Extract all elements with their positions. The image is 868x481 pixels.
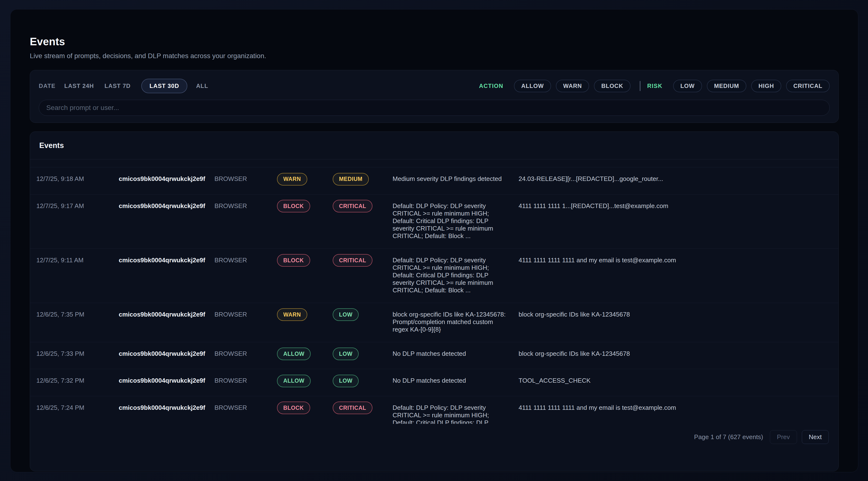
event-time: 12/6/25, 7:33 PM	[36, 350, 119, 357]
date-option-last-7d[interactable]: LAST 7D	[104, 83, 131, 89]
date-option-all[interactable]: ALL	[196, 83, 208, 89]
search-input[interactable]	[39, 100, 830, 116]
event-channel: BROWSER	[214, 350, 277, 357]
event-reason: Default: DLP Policy: DLP severity CRITIC…	[393, 256, 506, 294]
risk-badge: CRITICAL	[333, 254, 372, 267]
event-prompt: TOOL_ACCESS_CHECK	[519, 377, 838, 384]
event-channel: BROWSER	[214, 311, 277, 318]
pagination-summary: Page 1 of 7 (627 events)	[694, 433, 763, 441]
event-user-id: cmicos9bk0004qrwukckj2e9f	[119, 350, 214, 357]
event-user-id: cmicos9bk0004qrwukckj2e9f	[119, 256, 214, 264]
date-option-last-30d[interactable]: LAST 30D	[141, 79, 187, 93]
risk-badge: CRITICAL	[333, 402, 372, 414]
event-time: 12/7/25, 9:11 AM	[36, 256, 119, 264]
action-badge: ALLOW	[277, 348, 311, 360]
page-subtitle: Live stream of prompts, decisions, and D…	[30, 52, 839, 60]
event-prompt: block org-specific IDs like KA-12345678	[519, 311, 838, 318]
event-channel: BROWSER	[214, 377, 277, 384]
action-badge: BLOCK	[277, 402, 310, 414]
table-row[interactable]: 12/6/25, 7:35 PM cmicos9bk0004qrwukckj2e…	[30, 303, 838, 342]
risk-badge: LOW	[333, 348, 359, 360]
filter-bar: DATE LAST 24H LAST 7D LAST 30D ALL ACTIO…	[30, 70, 839, 123]
action-badge: BLOCK	[277, 200, 310, 213]
event-channel: BROWSER	[214, 256, 277, 264]
risk-badge: CRITICAL	[333, 200, 372, 213]
date-option-last-24h[interactable]: LAST 24H	[64, 83, 94, 89]
event-reason: block org-specific IDs like KA-12345678:…	[393, 311, 506, 333]
table-row[interactable]: 12/6/25, 7:24 PM cmicos9bk0004qrwukckj2e…	[30, 396, 838, 424]
risk-filter-critical[interactable]: CRITICAL	[786, 80, 830, 92]
action-badge: BLOCK	[277, 254, 310, 267]
page-background: Events Live stream of prompts, decisions…	[0, 0, 868, 481]
event-reason: Default: DLP Policy: DLP severity CRITIC…	[393, 404, 506, 424]
main-panel: Events Live stream of prompts, decisions…	[10, 9, 858, 472]
events-card-header: Events	[30, 132, 838, 159]
next-page-button[interactable]: Next	[802, 430, 829, 444]
action-filter-allow[interactable]: ALLOW	[514, 80, 551, 92]
action-filter-block[interactable]: BLOCK	[594, 80, 630, 92]
event-channel: BROWSER	[214, 202, 277, 210]
page-title: Events	[30, 36, 839, 48]
event-reason: Medium severity DLP findings detected	[393, 175, 506, 183]
event-prompt: 4111 1111 1111 1...[REDACTED]...test@exa…	[519, 202, 838, 210]
action-filter-label: ACTION	[479, 83, 503, 89]
table-row[interactable]: 12/7/25, 9:11 AM cmicos9bk0004qrwukckj2e…	[30, 249, 838, 303]
event-reason: Default: DLP Policy: DLP severity CRITIC…	[393, 202, 506, 240]
event-prompt: 4111 1111 1111 1111 and my email is test…	[519, 256, 838, 264]
table-row[interactable]: 12/7/25, 9:18 AM cmicos9bk0004qrwukckj2e…	[30, 167, 838, 194]
table-row[interactable]: 12/7/25, 9:17 AM cmicos9bk0004qrwukckj2e…	[30, 194, 838, 249]
risk-filter-medium[interactable]: MEDIUM	[707, 80, 746, 92]
event-channel: BROWSER	[214, 404, 277, 412]
table-row[interactable]: 12/6/25, 7:33 PM cmicos9bk0004qrwukckj2e…	[30, 342, 838, 370]
risk-filter-low[interactable]: LOW	[673, 80, 702, 92]
events-table[interactable]: 12/7/25, 9:18 AM cmicos9bk0004qrwukckj2e…	[30, 159, 838, 424]
event-time: 12/6/25, 7:24 PM	[36, 404, 119, 412]
date-filter-group: DATE LAST 24H LAST 7D LAST 30D ALL	[39, 79, 219, 93]
table-row-clipped	[30, 159, 838, 167]
action-risk-filter-group: ACTION ALLOW WARN BLOCK RISK LOW MEDIUM …	[479, 80, 830, 92]
risk-badge: LOW	[333, 375, 359, 387]
risk-badge: LOW	[333, 308, 359, 321]
events-card-title: Events	[39, 141, 64, 150]
event-prompt: 24.03-RELEASE][r...[REDACTED]...google_r…	[519, 175, 838, 183]
event-user-id: cmicos9bk0004qrwukckj2e9f	[119, 175, 214, 183]
table-row[interactable]: 12/6/25, 7:32 PM cmicos9bk0004qrwukckj2e…	[30, 369, 838, 396]
event-time: 12/6/25, 7:32 PM	[36, 377, 119, 384]
event-prompt: block org-specific IDs like KA-12345678	[519, 350, 838, 357]
event-user-id: cmicos9bk0004qrwukckj2e9f	[119, 202, 214, 210]
event-prompt: 4111 1111 1111 1111 and my email is test…	[519, 404, 838, 412]
event-time: 12/7/25, 9:18 AM	[36, 175, 119, 183]
action-badge: ALLOW	[277, 375, 311, 387]
action-badge: WARN	[277, 173, 307, 186]
event-user-id: cmicos9bk0004qrwukckj2e9f	[119, 404, 214, 412]
event-reason: No DLP matches detected	[393, 350, 506, 357]
event-time: 12/7/25, 9:17 AM	[36, 202, 119, 210]
event-reason: No DLP matches detected	[393, 377, 506, 384]
pagination-bar: Page 1 of 7 (627 events) Prev Next	[30, 424, 838, 444]
event-user-id: cmicos9bk0004qrwukckj2e9f	[119, 311, 214, 318]
event-time: 12/6/25, 7:35 PM	[36, 311, 119, 318]
event-channel: BROWSER	[214, 175, 277, 183]
action-badge: WARN	[277, 308, 307, 321]
event-user-id: cmicos9bk0004qrwukckj2e9f	[119, 377, 214, 384]
events-card: Events 12/7/25, 9:18 AM cmicos9bk0004qrw…	[30, 131, 839, 471]
date-filter-label: DATE	[39, 83, 56, 89]
filter-divider	[640, 81, 641, 91]
action-filter-warn[interactable]: WARN	[556, 80, 589, 92]
prev-page-button[interactable]: Prev	[770, 430, 797, 444]
risk-filter-label: RISK	[647, 83, 662, 89]
risk-filter-high[interactable]: HIGH	[751, 80, 781, 92]
risk-badge: MEDIUM	[333, 173, 369, 186]
